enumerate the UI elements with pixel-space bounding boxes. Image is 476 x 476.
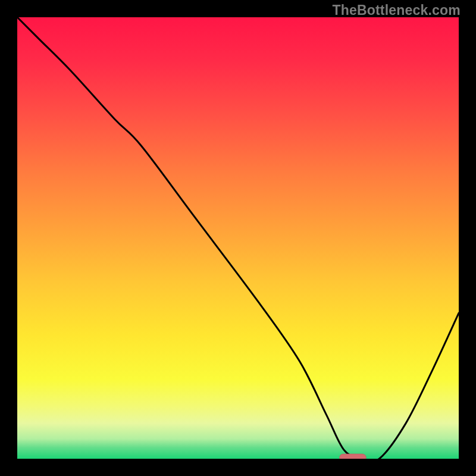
watermark-text: TheBottleneck.com	[332, 2, 461, 18]
chart-frame: TheBottleneck.com	[0, 0, 476, 476]
chart-plot-area	[17, 17, 459, 459]
chart-svg	[17, 17, 459, 459]
optimal-marker	[340, 454, 367, 459]
